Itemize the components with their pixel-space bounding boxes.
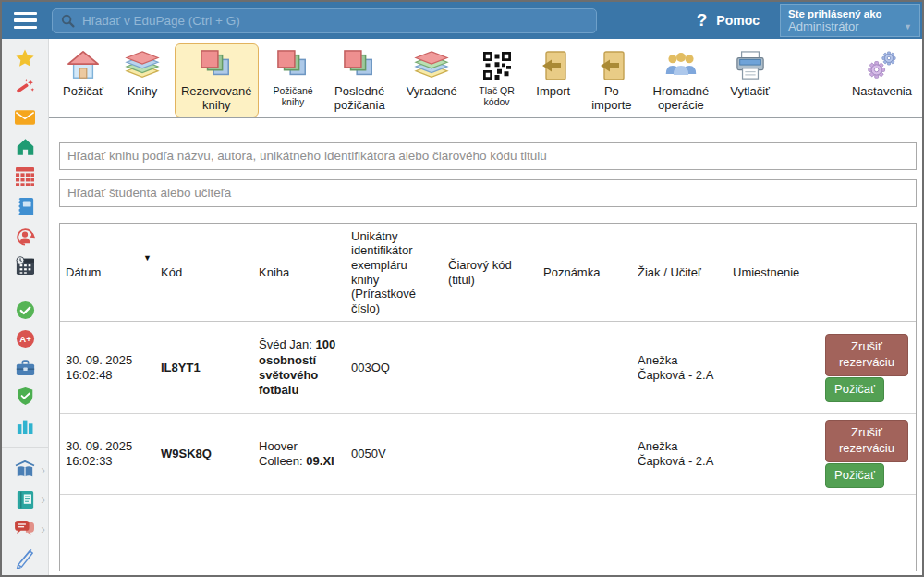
cell-copy-id: 0050V xyxy=(346,414,443,495)
help-label: Pomoc xyxy=(716,13,760,28)
sidebar-item-messages-mail[interactable] xyxy=(2,103,48,132)
sidebar-item-favorites[interactable] xyxy=(2,43,48,73)
column-header-ciarovy-kod[interactable]: Čiarový kód (titul) xyxy=(443,224,538,322)
toolbar-label: Požičať xyxy=(63,85,103,99)
settings-gears-icon xyxy=(865,48,898,83)
toolbar-item-pozicat[interactable]: Požičať xyxy=(56,43,110,104)
sidebar-item-home[interactable] xyxy=(2,132,48,162)
cell-copy-id: 003OQ xyxy=(346,322,443,414)
toolbar-item-vytlacit[interactable]: Vytlačiť xyxy=(723,43,776,104)
toolbar-label: Vytlačiť xyxy=(730,85,770,99)
chevron-right-icon: › xyxy=(41,493,45,506)
borrow-house-icon xyxy=(66,48,101,83)
sidebar-divider xyxy=(2,288,48,288)
toolbar-label: Nastavenia xyxy=(852,85,912,99)
global-search-placeholder: Hľadať v EduPage (Ctrl + G) xyxy=(82,14,240,28)
top-bar: Hľadať v EduPage (Ctrl + G) ? Pomoc Ste … xyxy=(2,2,922,39)
discarded-stack-icon xyxy=(414,48,449,83)
cell-datetime: 30. 09. 2025 16:02:48 xyxy=(60,322,155,414)
hamburger-menu-icon[interactable] xyxy=(2,12,48,30)
toolbar-item-pozicane-knihy[interactable]: Požičané knihy xyxy=(267,43,320,112)
sidebar-item-grades[interactable]: A+ xyxy=(2,325,48,353)
teacher-icon xyxy=(15,226,35,246)
toolbar-item-posledne-pozicania[interactable]: Posledné požičania xyxy=(328,43,392,117)
edupage-library-window: Hľadať v EduPage (Ctrl + G) ? Pomoc Ste … xyxy=(0,0,924,577)
column-header-identifikator[interactable]: Unikátny identifikátor exempláru knihy (… xyxy=(346,224,443,322)
cell-actions: Zrušiť rezerváciu Požičať xyxy=(820,322,916,414)
toolbar-label: Posledné požičania xyxy=(334,85,385,113)
caret-down-icon: ▼ xyxy=(904,22,912,31)
sidebar-item-elearning[interactable]: › xyxy=(2,485,48,514)
timetable-icon xyxy=(16,167,34,186)
column-header-kniha[interactable]: Kniha xyxy=(253,224,346,322)
book-search-input[interactable] xyxy=(59,142,917,170)
toolbar-item-hromadne-operacie[interactable]: Hromadné operácie xyxy=(647,43,716,117)
star-icon xyxy=(15,48,35,68)
student-search-input[interactable] xyxy=(59,179,917,207)
sidebar-item-teacher[interactable] xyxy=(2,221,48,251)
toolbar-item-knihy[interactable]: Knihy xyxy=(118,43,166,104)
cancel-reservation-button[interactable]: Zrušiť rezerváciu xyxy=(825,420,908,462)
bulk-operations-icon xyxy=(663,48,699,83)
sidebar-item-attendance[interactable] xyxy=(2,296,48,325)
table-row: 30. 09. 2025 16:02:33 W9SK8Q Hoover Coll… xyxy=(60,414,916,495)
grades-icon: A+ xyxy=(16,329,35,349)
sidebar-item-wizard[interactable] xyxy=(2,73,48,103)
library-toolbar: Požičať Knihy Rezervované knihy xyxy=(49,39,922,118)
cancel-reservation-button[interactable]: Zrušiť rezerváciu xyxy=(825,334,908,376)
toolbar-item-rezervovane-knihy[interactable]: Rezervované knihy xyxy=(175,43,259,117)
borrowed-books-icon xyxy=(275,48,310,83)
borrow-button[interactable]: Požičať xyxy=(825,463,884,488)
toolbar-item-tlac-qr-kodov[interactable]: Tlač QR kódov xyxy=(472,43,522,112)
library-icon xyxy=(14,460,36,479)
logged-in-user-dropdown[interactable]: Ste prihlásený ako Administrátor ▼ xyxy=(780,4,920,37)
sidebar-item-calendar[interactable] xyxy=(2,251,48,280)
toolbar-label: Po importe xyxy=(591,85,631,113)
grades-badge-text: A+ xyxy=(19,334,31,344)
column-header-ziak-ucitel[interactable]: Žiak / Učiteľ xyxy=(632,224,727,322)
after-import-icon xyxy=(598,48,626,83)
sidebar-item-security[interactable] xyxy=(2,382,48,411)
qr-code-icon xyxy=(483,48,511,83)
logged-in-user-name: Administrátor xyxy=(788,19,859,33)
global-search-input[interactable]: Hľadať v EduPage (Ctrl + G) xyxy=(52,8,597,33)
signature-pen-icon xyxy=(15,548,35,569)
home-icon xyxy=(16,138,35,156)
cell-person: Anežka Čapková - 2.A xyxy=(632,414,727,495)
toolbar-item-vyradene[interactable]: Vyradené xyxy=(400,43,464,104)
toolbar-label: Import xyxy=(536,85,570,99)
sidebar-item-classbook[interactable] xyxy=(2,191,48,221)
column-header-umiestnenie[interactable]: Umiestnenie xyxy=(727,224,820,322)
column-header-actions xyxy=(820,224,916,322)
cell-actions: Zrušiť rezerváciu Požičať xyxy=(820,414,916,495)
cell-code: IL8YT1 xyxy=(155,322,253,414)
reserved-books-page: Dátum ▼ Kód Kniha Unikátny identifikátor… xyxy=(49,118,922,575)
cell-barcode xyxy=(443,322,538,414)
borrow-button[interactable]: Požičať xyxy=(825,377,884,402)
toolbar-item-import[interactable]: Import xyxy=(529,43,577,104)
sidebar-item-statistics[interactable] xyxy=(2,411,48,439)
elearning-icon xyxy=(17,490,34,509)
toolbar-label: Vyradené xyxy=(407,85,457,99)
shield-check-icon xyxy=(17,387,34,406)
search-icon xyxy=(61,14,75,28)
sidebar-item-library[interactable]: › xyxy=(2,455,48,485)
logged-in-prefix: Ste prihlásený ako xyxy=(788,8,912,19)
sidebar-item-timetable[interactable] xyxy=(2,162,48,191)
column-header-datum[interactable]: Dátum ▼ xyxy=(60,224,155,322)
sidebar-item-signature[interactable] xyxy=(2,544,48,573)
statistics-icon xyxy=(16,417,34,434)
books-stack-icon xyxy=(125,48,160,83)
cell-barcode xyxy=(443,414,538,495)
sort-descending-icon: ▼ xyxy=(143,253,152,264)
toolbar-label: Hromadné operácie xyxy=(653,85,710,113)
column-header-poznamka[interactable]: Poznámka xyxy=(538,224,632,322)
column-header-kod[interactable]: Kód xyxy=(155,224,253,322)
toolbar-item-nastavenia[interactable]: Nastavenia xyxy=(845,43,918,104)
sidebar-item-agenda[interactable] xyxy=(2,353,48,382)
table-header-row: Dátum ▼ Kód Kniha Unikátny identifikátor… xyxy=(60,224,916,322)
sidebar-item-communication[interactable]: › xyxy=(2,514,48,544)
help-button[interactable]: ? Pomoc xyxy=(697,10,760,31)
toolbar-item-po-importe[interactable]: Po importe xyxy=(585,43,638,117)
chevron-right-icon: › xyxy=(41,463,45,476)
